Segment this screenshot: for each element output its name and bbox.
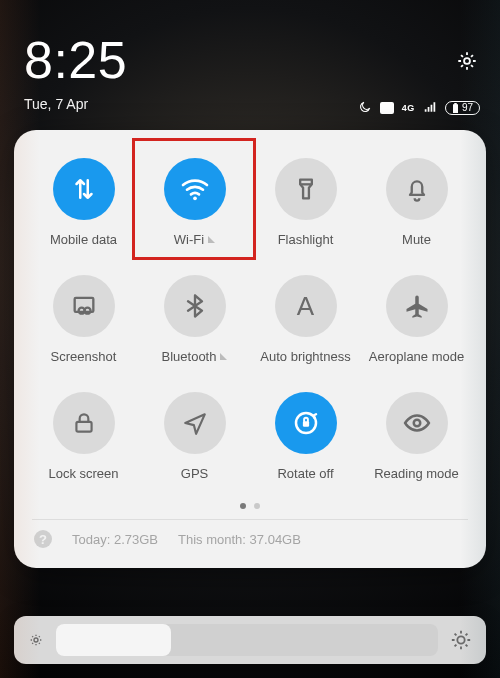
gps-icon — [164, 392, 226, 454]
tile-label: Aeroplane mode — [369, 349, 464, 364]
page-dot — [254, 503, 260, 509]
tile-bluetooth[interactable]: Bluetooth — [139, 275, 250, 364]
signal-icon — [423, 100, 437, 116]
tile-wifi[interactable]: Wi-Fi — [139, 158, 250, 247]
expand-icon — [220, 353, 227, 360]
svg-point-0 — [464, 58, 470, 64]
volte-icon — [380, 102, 394, 114]
statusbar: 8:25 Tue, 7 Apr 4G 97 — [0, 0, 500, 118]
battery-indicator: 97 — [445, 101, 480, 115]
auto-brightness-icon: A — [275, 275, 337, 337]
status-icons: 4G 97 — [358, 100, 480, 116]
svg-point-9 — [34, 638, 38, 642]
tile-aeroplane-mode[interactable]: Aeroplane mode — [361, 275, 472, 364]
page-dots — [28, 503, 472, 509]
tile-gps[interactable]: GPS — [139, 392, 250, 481]
tile-mute[interactable]: Mute — [361, 158, 472, 247]
mobile-data-icon — [53, 158, 115, 220]
tile-reading-mode[interactable]: Reading mode — [361, 392, 472, 481]
tile-label: Screenshot — [51, 349, 117, 364]
tile-label: Mobile data — [50, 232, 117, 247]
tile-label: Bluetooth — [162, 349, 217, 364]
network-type: 4G — [402, 103, 415, 113]
quick-settings-panel: Mobile data Wi-Fi Flashlight — [14, 130, 486, 568]
brightness-slider[interactable] — [56, 624, 438, 656]
tile-screenshot[interactable]: Screenshot — [28, 275, 139, 364]
tile-label: Wi-Fi — [174, 232, 204, 247]
bluetooth-icon — [164, 275, 226, 337]
expand-icon — [208, 236, 215, 243]
tile-auto-brightness[interactable]: A Auto brightness — [250, 275, 361, 364]
info-icon: ? — [34, 530, 52, 548]
airplane-icon — [386, 275, 448, 337]
svg-rect-5 — [76, 422, 91, 432]
eye-icon — [386, 392, 448, 454]
usage-today: Today: 2.73GB — [72, 532, 158, 547]
battery-percentage: 97 — [462, 103, 473, 113]
tile-flashlight[interactable]: Flashlight — [250, 158, 361, 247]
brightness-panel — [14, 616, 486, 664]
brightness-low-icon — [28, 632, 44, 648]
divider — [32, 519, 468, 520]
usage-month: This month: 37.04GB — [178, 532, 301, 547]
rotate-lock-icon — [275, 392, 337, 454]
svg-point-8 — [413, 420, 420, 427]
flashlight-icon — [275, 158, 337, 220]
battery-icon — [452, 103, 459, 113]
page-dot — [240, 503, 246, 509]
tile-label: Auto brightness — [260, 349, 350, 364]
clock: 8:25 — [24, 34, 476, 86]
tile-label: GPS — [181, 466, 208, 481]
svg-point-1 — [193, 196, 197, 200]
wifi-icon — [164, 158, 226, 220]
tile-grid: Mobile data Wi-Fi Flashlight — [28, 158, 472, 481]
svg-point-10 — [457, 636, 464, 643]
brightness-fill — [56, 624, 171, 656]
tile-rotate-off[interactable]: Rotate off — [250, 392, 361, 481]
lock-icon — [53, 392, 115, 454]
tile-mobile-data[interactable]: Mobile data — [28, 158, 139, 247]
tile-label: Flashlight — [278, 232, 334, 247]
bell-icon — [386, 158, 448, 220]
tile-label: Lock screen — [48, 466, 118, 481]
tile-label: Rotate off — [277, 466, 333, 481]
tile-label: Reading mode — [374, 466, 459, 481]
screenshot-icon — [53, 275, 115, 337]
settings-button[interactable] — [456, 50, 478, 72]
tile-label: Mute — [402, 232, 431, 247]
moon-icon — [358, 100, 372, 116]
data-usage-bar[interactable]: ? Today: 2.73GB This month: 37.04GB — [28, 530, 472, 554]
brightness-high-icon — [450, 629, 472, 651]
tile-lock-screen[interactable]: Lock screen — [28, 392, 139, 481]
